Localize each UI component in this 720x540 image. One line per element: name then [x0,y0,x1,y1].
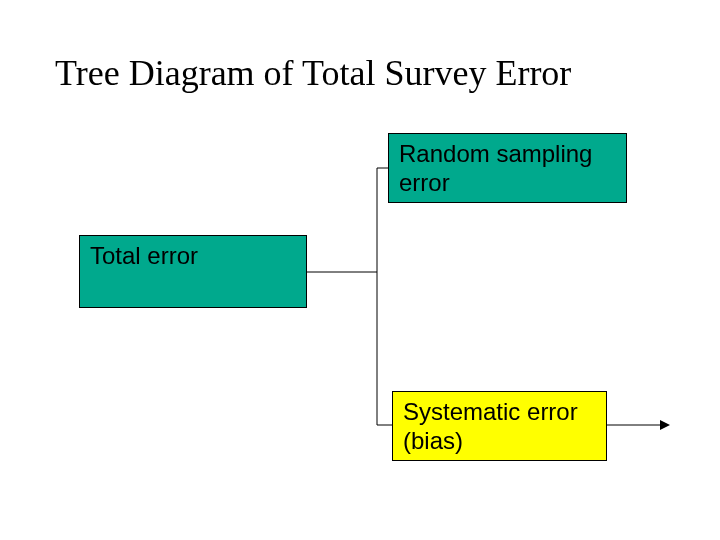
node-systematic-error: Systematic error (bias) [392,391,607,461]
page-title: Tree Diagram of Total Survey Error [55,52,571,94]
node-total-error: Total error [79,235,307,308]
node-random-sampling-error: Random sampling error [388,133,627,203]
svg-marker-5 [660,420,670,430]
